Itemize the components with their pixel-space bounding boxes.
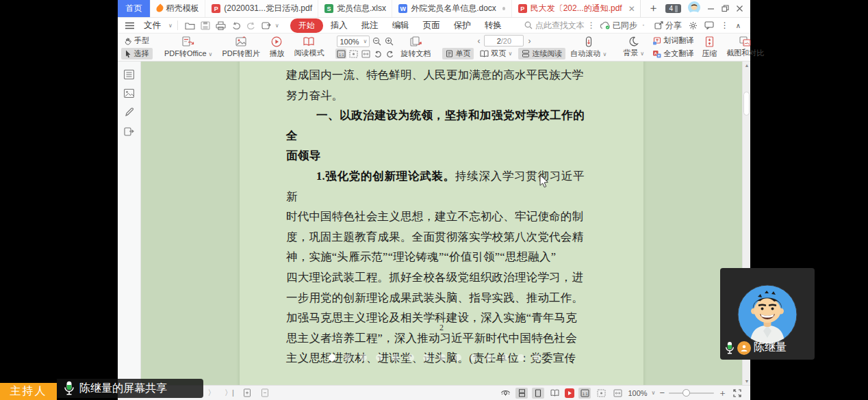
export-panel-icon[interactable] bbox=[124, 126, 134, 136]
page-dot[interactable] bbox=[455, 354, 461, 361]
single-page-button[interactable]: 单页 bbox=[442, 48, 474, 59]
double-page-button[interactable]: 双页 ∨ bbox=[476, 48, 515, 59]
last-page-icon[interactable]: 〉| bbox=[223, 388, 235, 399]
insert-page-icon[interactable] bbox=[241, 388, 253, 399]
tab-docer[interactable]: 稻壳模板 bbox=[151, 0, 206, 17]
zoom-out-button[interactable] bbox=[371, 36, 382, 46]
menu-tab-annotate[interactable]: 批注 bbox=[355, 18, 385, 33]
compress-button[interactable]: 压缩 bbox=[697, 35, 722, 60]
read-mode-button[interactable]: 阅读模式 bbox=[289, 35, 329, 59]
print-icon[interactable] bbox=[214, 21, 228, 30]
gear-icon[interactable] bbox=[689, 21, 698, 30]
document-viewport[interactable]: 建成国内一流、特色鲜明、人民更加满意的高水平民族大学努力奋斗。一、以政治建设为统… bbox=[141, 62, 742, 385]
continuous-read-button[interactable]: 连续阅读 bbox=[518, 48, 565, 59]
actual-size-button[interactable]: 1:1 bbox=[335, 49, 346, 59]
zoom-slider-knob[interactable] bbox=[682, 389, 690, 397]
menu-tab-start[interactable]: 开始 bbox=[290, 18, 323, 33]
page-dots-indicator[interactable] bbox=[329, 354, 540, 361]
redo-icon[interactable] bbox=[244, 21, 258, 29]
page-dot[interactable] bbox=[329, 354, 335, 361]
page-dot[interactable] bbox=[423, 354, 430, 361]
chevron-down-icon[interactable]: ∨ bbox=[652, 390, 656, 396]
restore-button[interactable] bbox=[722, 5, 729, 12]
auto-scroll-button[interactable]: 自动滚动 ∨ bbox=[565, 35, 611, 60]
zoom-in-button[interactable] bbox=[383, 36, 394, 46]
prev-page-button[interactable]: ‹ bbox=[474, 36, 483, 46]
image-panel-icon[interactable] bbox=[124, 89, 134, 98]
pdf-to-image-button[interactable]: PDF转图片 bbox=[217, 35, 264, 60]
tab-pdf-activity[interactable]: P (2020031...党日活动.pdf bbox=[205, 0, 318, 17]
page-dot[interactable] bbox=[518, 354, 524, 361]
annotate-panel-icon[interactable] bbox=[125, 107, 134, 117]
page-dot[interactable] bbox=[470, 354, 477, 361]
page-dot[interactable] bbox=[344, 354, 351, 361]
full-translate-button[interactable]: A 全文翻译 bbox=[649, 48, 697, 59]
comment-icon[interactable] bbox=[704, 21, 714, 29]
actual-size-status-icon[interactable]: 1:1 bbox=[578, 388, 591, 399]
tab-home[interactable]: 首页 bbox=[118, 0, 151, 17]
open-folder-icon[interactable] bbox=[183, 21, 197, 30]
rotate-doc-button[interactable]: 旋转文档 bbox=[396, 35, 435, 60]
double-layout-icon[interactable] bbox=[548, 388, 561, 399]
menu-file[interactable]: 文件 bbox=[138, 18, 167, 33]
zoom-out-status-button[interactable]: − bbox=[659, 388, 665, 398]
page-dot[interactable] bbox=[392, 354, 398, 361]
fullscreen-icon[interactable] bbox=[731, 388, 743, 399]
extract-page-icon[interactable] bbox=[259, 388, 271, 399]
quick-tools-icon[interactable] bbox=[259, 21, 274, 30]
menu-tab-insert[interactable]: 插入 bbox=[324, 18, 354, 33]
scroll-up-arrow[interactable]: ▲ bbox=[743, 63, 751, 68]
page-dot[interactable] bbox=[502, 354, 509, 361]
fit-width-button[interactable] bbox=[360, 49, 371, 59]
eye-protect-icon[interactable] bbox=[499, 388, 511, 399]
page-dot[interactable] bbox=[439, 354, 446, 361]
next-page-button[interactable]: › bbox=[525, 36, 533, 46]
rotate-right-button[interactable] bbox=[385, 49, 396, 59]
more-vertical-icon[interactable]: ⋮ bbox=[721, 21, 729, 30]
outline-panel-icon[interactable] bbox=[124, 70, 134, 79]
find-text-box[interactable]: 点此查找文本 ⋮ bbox=[524, 20, 596, 31]
video-demo-button[interactable] bbox=[565, 388, 574, 398]
zoom-combo[interactable]: 100%∨ bbox=[337, 36, 370, 47]
sync-status[interactable]: 已同步 ・ bbox=[600, 20, 648, 31]
tab-close-icon[interactable]: ✕ bbox=[628, 4, 635, 14]
tab-pdf-notice-active[interactable]: P 民大发〔202...的通知.pdf ✕ bbox=[512, 0, 641, 17]
page-number-box[interactable]: 2/20 bbox=[484, 35, 524, 46]
save-icon[interactable] bbox=[199, 21, 212, 30]
menu-tab-edit[interactable]: 编辑 bbox=[386, 18, 416, 33]
page-dot[interactable] bbox=[376, 354, 383, 361]
single-layout-icon[interactable] bbox=[532, 388, 544, 399]
tab-xlsx[interactable]: S 党员信息.xlsx bbox=[318, 0, 392, 17]
fit-page-button[interactable] bbox=[348, 49, 359, 59]
continuous-layout-icon[interactable] bbox=[515, 388, 528, 399]
hand-tool-button[interactable]: 手型 bbox=[120, 35, 153, 46]
zoom-slider[interactable] bbox=[669, 392, 714, 394]
menu-tab-page[interactable]: 页面 bbox=[417, 18, 446, 33]
page-dot[interactable] bbox=[486, 354, 493, 361]
tab-docx[interactable]: W 外院党员名单信息.docx bbox=[392, 0, 511, 17]
page-dot[interactable] bbox=[407, 354, 414, 361]
close-button[interactable] bbox=[736, 5, 743, 12]
fit-page-status-icon[interactable] bbox=[595, 388, 607, 399]
menu-tab-protect[interactable]: 保护 bbox=[448, 18, 477, 33]
menu-tab-convert[interactable]: 转换 bbox=[478, 18, 508, 33]
word-translate-button[interactable]: 划词翻译 bbox=[649, 35, 697, 46]
more-vertical-icon[interactable]: ⋮ bbox=[587, 21, 596, 30]
account-avatar[interactable] bbox=[688, 1, 700, 16]
undo-icon[interactable] bbox=[229, 21, 243, 29]
zoom-in-status-button[interactable]: ＋ bbox=[718, 387, 727, 399]
scrollbar-thumb[interactable] bbox=[743, 92, 750, 116]
new-tab-button[interactable]: ＋ bbox=[648, 1, 659, 16]
hamburger-icon[interactable] bbox=[123, 22, 136, 29]
page-dot[interactable] bbox=[360, 354, 367, 361]
fit-width-status-icon[interactable] bbox=[611, 388, 624, 399]
background-button[interactable]: 背景 ∨ bbox=[618, 35, 649, 59]
collapse-ribbon-icon[interactable]: ∧ bbox=[736, 22, 741, 29]
tab-count-badge[interactable]: 4 bbox=[665, 4, 681, 13]
page-dot[interactable] bbox=[533, 354, 540, 361]
participant-video-tile[interactable]: 陈继量 bbox=[720, 268, 815, 360]
chevron-down-icon[interactable]: ∨ bbox=[275, 23, 279, 29]
next-page-icon[interactable]: 〉 bbox=[205, 388, 218, 399]
share-button[interactable]: 分享 bbox=[654, 20, 682, 31]
rotate-left-button[interactable] bbox=[372, 49, 383, 59]
